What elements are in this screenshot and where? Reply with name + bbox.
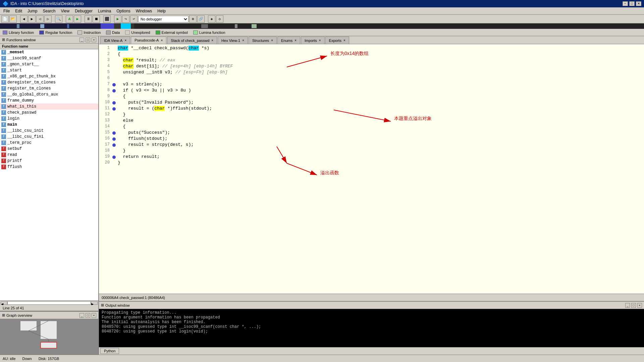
menu-search[interactable]: Search bbox=[41, 8, 57, 14]
func-item-thunk[interactable]: f _x86_get_pc_thunk_bx bbox=[0, 73, 98, 79]
output-line-2: The initial autoanalysis has been finish… bbox=[102, 320, 641, 324]
svg-rect-1 bbox=[101, 23, 114, 29]
func-scroll-left[interactable]: ◀ bbox=[1, 301, 7, 305]
tab-pseudocode[interactable]: Pseudocode-A × bbox=[131, 37, 166, 44]
tab-pseudo-label: Pseudocode-A bbox=[135, 38, 159, 42]
output-close[interactable]: × bbox=[637, 303, 642, 308]
code-line-8: 8 if ( v3 <= 3u || v3 > 8u ) bbox=[99, 88, 644, 94]
func-icon-whatis: f bbox=[1, 104, 6, 109]
tb-search[interactable]: 🔍 bbox=[55, 15, 62, 23]
func-item-fflush[interactable]: f fflush bbox=[0, 164, 98, 170]
tb-green[interactable]: A bbox=[66, 15, 73, 23]
menu-view[interactable]: View bbox=[59, 8, 71, 14]
output-restore[interactable]: □ bbox=[631, 303, 636, 308]
dot-16 bbox=[112, 137, 116, 141]
func-hscrollbar[interactable] bbox=[7, 301, 91, 305]
graph-canvas bbox=[0, 319, 98, 355]
tb-attach[interactable]: 🔗 bbox=[197, 15, 205, 23]
dot-19 bbox=[112, 156, 116, 159]
func-item-login[interactable]: f login bbox=[0, 116, 98, 122]
tab-enums[interactable]: Enums × bbox=[277, 37, 300, 44]
menu-file[interactable]: File bbox=[1, 8, 12, 14]
func-item-whatis[interactable]: f what_is_this bbox=[0, 104, 98, 110]
minimize-button[interactable]: − bbox=[623, 1, 628, 6]
menu-jump[interactable]: Jump bbox=[25, 8, 39, 14]
tb-debug-step-over[interactable]: ↪ bbox=[122, 15, 129, 23]
graph-close[interactable]: × bbox=[92, 313, 96, 318]
func-item-dtors[interactable]: f __do_global_dtors_aux bbox=[0, 92, 98, 98]
tab-hex-close[interactable]: × bbox=[242, 39, 244, 42]
func-item-gmon[interactable]: f _gmon_start__ bbox=[0, 61, 98, 67]
tb-xref1[interactable]: ◈ bbox=[208, 15, 215, 23]
graph-minimize[interactable]: _ bbox=[79, 313, 84, 318]
output-minimize[interactable]: _ bbox=[625, 303, 630, 308]
tab-enums-close[interactable]: × bbox=[294, 39, 297, 42]
tab-imports-close[interactable]: × bbox=[319, 39, 321, 42]
func-item-term[interactable]: f _term_proc bbox=[0, 140, 98, 146]
tb-new[interactable]: 📄 bbox=[1, 15, 9, 23]
tab-pseudo-close[interactable]: × bbox=[161, 39, 163, 42]
output-python-tab[interactable]: Python bbox=[100, 348, 119, 354]
graph-restore[interactable]: □ bbox=[86, 313, 90, 318]
code-line-18: 18 } bbox=[99, 148, 644, 154]
tb-forward[interactable]: ▶ bbox=[28, 15, 36, 23]
func-item-read[interactable]: f read bbox=[0, 152, 98, 158]
output-content[interactable]: Propagating type information... Function… bbox=[99, 309, 644, 347]
tb-xref2[interactable]: ◇ bbox=[216, 15, 223, 23]
tb-stop[interactable]: ⏹ bbox=[93, 15, 100, 23]
tab-stack[interactable]: Stack of check_passwd × bbox=[167, 37, 217, 44]
tb-debug-step-into[interactable]: ↩ bbox=[130, 15, 138, 23]
tab-structures[interactable]: Structures × bbox=[249, 37, 277, 44]
functions-minimize[interactable]: _ bbox=[79, 38, 84, 42]
menu-options[interactable]: Options bbox=[114, 8, 132, 14]
tab-ida-close[interactable]: × bbox=[124, 39, 126, 42]
legend-instruction-label: Instruction bbox=[84, 31, 101, 35]
tab-struct-close[interactable]: × bbox=[271, 39, 273, 42]
menu-lumina[interactable]: Lumina bbox=[96, 8, 113, 14]
tb-forward2[interactable]: ▷ bbox=[44, 15, 52, 23]
tab-stack-close[interactable]: × bbox=[211, 39, 213, 42]
functions-restore[interactable]: □ bbox=[86, 38, 90, 42]
tab-exports-close[interactable]: × bbox=[343, 39, 345, 42]
graph-overview-title-bar: ⊞ Graph overview _ □ × bbox=[0, 312, 98, 319]
maximize-button[interactable]: □ bbox=[629, 1, 635, 6]
code-area[interactable]: 1 char *__cdecl check_passwd(char *s) 2 … bbox=[99, 44, 644, 294]
functions-close[interactable]: × bbox=[92, 38, 96, 42]
code-line-10: 10 puts("Invalid Password"); bbox=[99, 100, 644, 106]
func-item-main[interactable]: f main bbox=[0, 122, 98, 128]
tb-debug-run[interactable]: ▶ bbox=[114, 15, 121, 23]
func-item-setbuf[interactable]: f setbuf bbox=[0, 146, 98, 152]
func-item-checkpwd[interactable]: f check_passwd bbox=[0, 110, 98, 116]
func-label-memset: _memset bbox=[7, 50, 24, 55]
tab-hex[interactable]: Hex View-1 × bbox=[218, 37, 248, 44]
func-item-start[interactable]: f _start bbox=[0, 67, 98, 73]
func-item-csu-init[interactable]: f __libc_csu_init bbox=[0, 128, 98, 134]
tb-open[interactable]: 📂 bbox=[9, 15, 17, 23]
close-button[interactable]: ✕ bbox=[636, 1, 641, 6]
func-scroll-right[interactable]: ▶ bbox=[91, 301, 98, 305]
func-item-scanf[interactable]: f __isoc99_scanf bbox=[0, 55, 98, 61]
debugger-select[interactable]: No debugger bbox=[138, 16, 189, 22]
tb-run[interactable]: ▶ bbox=[74, 15, 81, 23]
tab-ida-view[interactable]: IDA View-A × bbox=[100, 37, 130, 44]
tab-imports[interactable]: Imports × bbox=[301, 37, 325, 44]
menu-debugger[interactable]: Debugger bbox=[73, 8, 95, 14]
tb-back2[interactable]: ◁ bbox=[36, 15, 44, 23]
func-item-reg-tm[interactable]: f register_tm_clones bbox=[0, 85, 98, 92]
code-text-17: result = strcpy(dest, s); bbox=[118, 142, 194, 147]
menu-edit[interactable]: Edit bbox=[13, 8, 24, 14]
tb-back[interactable]: ◀ bbox=[20, 15, 28, 23]
func-item-memset[interactable]: f _memset bbox=[0, 49, 98, 55]
menu-windows[interactable]: Windows bbox=[134, 8, 154, 14]
code-line-19: 19 return result; bbox=[99, 154, 644, 160]
func-item-frame[interactable]: f frame_dummy bbox=[0, 98, 98, 104]
tb-dbg-opt[interactable]: ⚙ bbox=[189, 15, 197, 23]
menu-help[interactable]: Help bbox=[155, 8, 168, 14]
func-item-dereg[interactable]: f deregister_tm_clones bbox=[0, 79, 98, 85]
function-list[interactable]: f _memset f __isoc99_scanf f _gmon_start… bbox=[0, 49, 98, 300]
tb-bp[interactable]: ⬛ bbox=[103, 15, 111, 23]
func-item-printf[interactable]: f printf bbox=[0, 158, 98, 164]
tb-step[interactable]: ⏸ bbox=[85, 15, 92, 23]
tab-exports[interactable]: Exports × bbox=[325, 37, 349, 44]
func-item-csu-fini[interactable]: f __libc_csu_fini bbox=[0, 134, 98, 140]
